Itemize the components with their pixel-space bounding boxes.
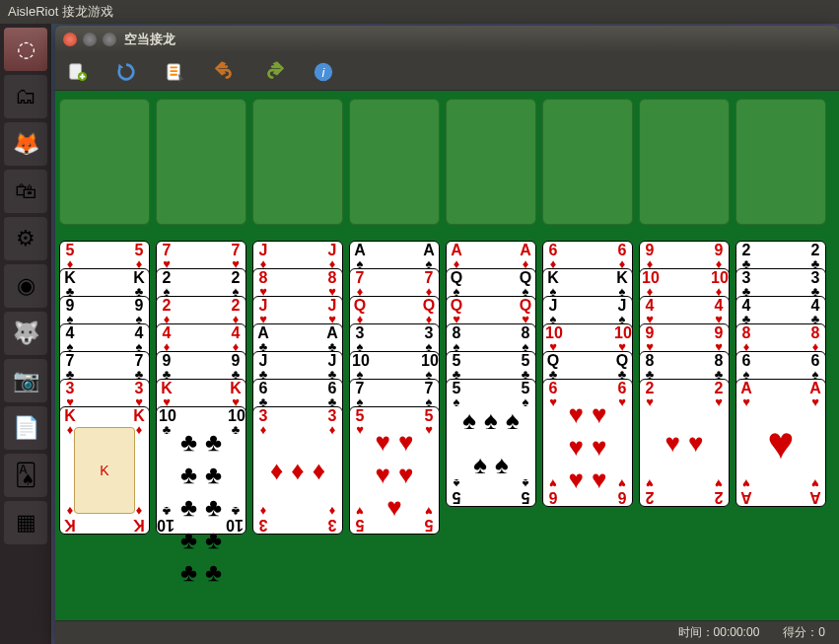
unity-launcher: ◌🗂🦊🛍⚙◉🐺📷📄🂡▦: [0, 24, 51, 644]
top-panel: AisleRiot 接龙游戏: [0, 0, 839, 24]
software-icon[interactable]: 🛍: [4, 170, 47, 213]
undo-button[interactable]: [213, 60, 237, 84]
time-label: 时间：: [678, 625, 714, 639]
playing-card[interactable]: 5♥5♥5♥5♥♥♥♥♥♥: [349, 406, 440, 535]
window-titlebar[interactable]: 空当接龙: [55, 26, 839, 53]
score-display: 得分：0: [783, 624, 825, 641]
foundation-slot[interactable]: [735, 99, 826, 225]
playing-card[interactable]: 2♥2♥2♥2♥♥♥: [639, 379, 730, 507]
chrome-icon[interactable]: ◉: [4, 264, 47, 308]
restart-button[interactable]: [114, 60, 138, 84]
window-controls: [63, 33, 116, 46]
hint-icon: i: [313, 61, 334, 83]
time-display: 时间：00:00:00: [678, 624, 760, 641]
dash-icon[interactable]: ◌: [4, 28, 47, 71]
files-icon[interactable]: 🗂: [4, 75, 47, 118]
status-bar: 时间：00:00:00 得分：0: [55, 620, 839, 644]
score-label: 得分：: [783, 625, 818, 639]
playing-card[interactable]: K♦K♦K♦K♦K: [59, 406, 150, 535]
foundation-slot[interactable]: [542, 99, 633, 225]
workspace-icon[interactable]: ▦: [4, 501, 47, 544]
window-title: 空当接龙: [124, 31, 175, 48]
playing-card[interactable]: 10♣10♣10♣10♣♣♣♣♣♣♣♣♣♣♣: [156, 406, 246, 535]
close-icon[interactable]: [63, 33, 77, 46]
app-menu-title[interactable]: AisleRiot 接龙游戏: [8, 3, 113, 21]
settings-icon[interactable]: ⚙: [4, 217, 47, 260]
card-table: 5♦5♦5♦5♦K♣K♣K♣K♣9♠9♠9♠9♠4♠4♠4♠4♠7♣7♣7♣7♣…: [55, 91, 839, 620]
foundation-slot[interactable]: [639, 99, 730, 225]
select-game-icon: [165, 61, 186, 83]
redo-button[interactable]: [262, 60, 286, 84]
redo-icon: [263, 61, 285, 83]
writer-icon[interactable]: 📄: [4, 406, 47, 450]
time-value: 00:00:00: [714, 625, 760, 639]
firefox-icon[interactable]: 🦊: [4, 122, 47, 166]
aisleriot-icon[interactable]: 🂡: [4, 454, 47, 497]
toolbar: i: [55, 53, 839, 91]
score-value: 0: [818, 625, 825, 639]
freecell-slot[interactable]: [59, 99, 150, 225]
gimp-icon[interactable]: 🐺: [4, 312, 47, 355]
hint-button[interactable]: i: [312, 60, 335, 84]
restart-icon: [115, 61, 137, 83]
playing-card[interactable]: 5♠5♠5♠5♠♠♠♠♠♠: [446, 379, 536, 507]
playing-card[interactable]: A♥A♥A♥A♥♥: [735, 379, 826, 507]
maximize-icon[interactable]: [103, 33, 116, 46]
top-slots-row: [59, 99, 826, 225]
foundation-slot[interactable]: [446, 99, 536, 225]
new-game-icon: [66, 61, 88, 83]
freecell-slot[interactable]: [252, 99, 343, 225]
screenshot-icon[interactable]: 📷: [4, 359, 47, 402]
game-window: 空当接龙 i 5♦5♦5♦5♦K♣K♣K♣K♣9♠9♠9♠9♠4♠4♠4♠4♠7…: [55, 26, 839, 644]
select-game-button[interactable]: [164, 60, 187, 84]
freecell-slot[interactable]: [156, 99, 246, 225]
freecell-slot[interactable]: [349, 99, 440, 225]
minimize-icon[interactable]: [83, 33, 97, 46]
undo-icon: [214, 61, 236, 83]
new-game-button[interactable]: [65, 60, 89, 84]
playing-card[interactable]: 6♥6♥6♥6♥♥♥♥♥♥♥: [542, 379, 633, 507]
playing-card[interactable]: 3♦3♦3♦3♦♦♦♦: [252, 406, 343, 535]
